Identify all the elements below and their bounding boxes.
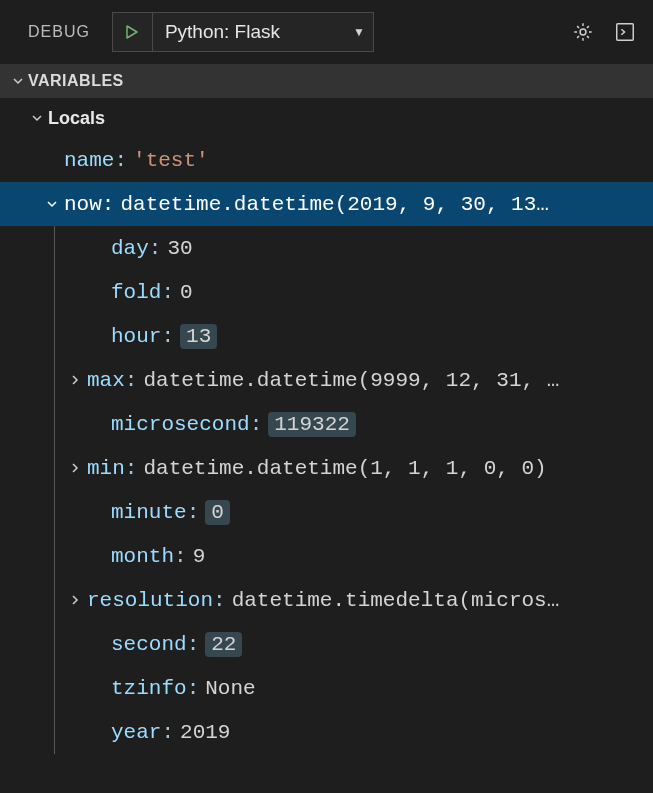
variable-row-day[interactable]: › day: 30 — [55, 226, 653, 270]
var-value: 0 — [205, 500, 230, 525]
variable-row-now[interactable]: now: datetime.datetime(2019, 9, 30, 13… — [0, 182, 653, 226]
variable-row-fold[interactable]: › fold: 0 — [55, 270, 653, 314]
variable-row-max[interactable]: max: datetime.datetime(9999, 12, 31, … — [55, 358, 653, 402]
variable-row-hour[interactable]: › hour: 13 — [55, 314, 653, 358]
var-name: microsecond — [111, 413, 250, 436]
var-value: 9 — [193, 545, 206, 568]
debug-toolbar: DEBUG Python: Flask ▼ — [0, 0, 653, 64]
toolbar-icons — [569, 18, 639, 46]
var-name: max — [87, 369, 125, 392]
variable-row-tzinfo[interactable]: › tzinfo: None — [55, 666, 653, 710]
var-name: tzinfo — [111, 677, 187, 700]
variable-row-year[interactable]: › year: 2019 — [55, 710, 653, 754]
var-name: month — [111, 545, 174, 568]
console-icon — [614, 21, 636, 43]
var-name: name — [64, 149, 114, 172]
var-name: now — [64, 193, 102, 216]
var-value: 0 — [180, 281, 193, 304]
debug-config-box: Python: Flask ▼ — [112, 12, 374, 52]
variable-row-resolution[interactable]: resolution: datetime.timedelta(micros… — [55, 578, 653, 622]
now-children: › day: 30 › fold: 0 › hour: 13 max: date… — [54, 226, 653, 754]
debug-config-label: Python: Flask — [165, 21, 280, 43]
var-name: second — [111, 633, 187, 656]
var-value: datetime.datetime(9999, 12, 31, … — [143, 369, 559, 392]
chevron-down-icon — [26, 112, 48, 124]
scope-title: Locals — [48, 108, 105, 129]
svg-point-1 — [580, 29, 586, 35]
var-value: 2019 — [180, 721, 230, 744]
chevron-down-icon — [40, 198, 64, 210]
variable-row-microsecond[interactable]: › microsecond: 119322 — [55, 402, 653, 446]
chevron-down-icon — [8, 75, 28, 87]
var-value: None — [205, 677, 255, 700]
svg-marker-0 — [127, 26, 137, 38]
var-name: year — [111, 721, 161, 744]
variables-section-header[interactable]: VARIABLES — [0, 64, 653, 98]
var-value: 'test' — [133, 149, 209, 172]
settings-button[interactable] — [569, 18, 597, 46]
var-value: datetime.datetime(1, 1, 1, 0, 0) — [143, 457, 546, 480]
locals-scope-header[interactable]: Locals — [0, 98, 653, 138]
var-name: fold — [111, 281, 161, 304]
var-value: datetime.timedelta(micros… — [232, 589, 560, 612]
var-name: resolution — [87, 589, 213, 612]
start-debug-button[interactable] — [113, 13, 153, 51]
toolbar-title: DEBUG — [14, 23, 100, 41]
debug-config-select[interactable]: Python: Flask ▼ — [153, 13, 373, 51]
chevron-right-icon — [63, 462, 87, 474]
gear-icon — [572, 21, 594, 43]
variable-row-minute[interactable]: › minute: 0 — [55, 490, 653, 534]
variable-row-second[interactable]: › second: 22 — [55, 622, 653, 666]
var-value: 22 — [205, 632, 242, 657]
play-icon — [124, 24, 140, 40]
variable-row-name[interactable]: › name: 'test' — [0, 138, 653, 182]
var-value: datetime.datetime(2019, 9, 30, 13… — [120, 193, 653, 216]
var-name: minute — [111, 501, 187, 524]
var-value: 13 — [180, 324, 217, 349]
dropdown-caret-icon: ▼ — [353, 25, 365, 39]
variable-row-month[interactable]: › month: 9 — [55, 534, 653, 578]
variable-row-min[interactable]: min: datetime.datetime(1, 1, 1, 0, 0) — [55, 446, 653, 490]
chevron-right-icon — [63, 374, 87, 386]
var-name: hour — [111, 325, 161, 348]
debug-console-button[interactable] — [611, 18, 639, 46]
chevron-right-icon — [63, 594, 87, 606]
section-title: VARIABLES — [28, 72, 124, 90]
var-name: min — [87, 457, 125, 480]
var-name: day — [111, 237, 149, 260]
var-value: 119322 — [268, 412, 356, 437]
var-value: 30 — [167, 237, 192, 260]
